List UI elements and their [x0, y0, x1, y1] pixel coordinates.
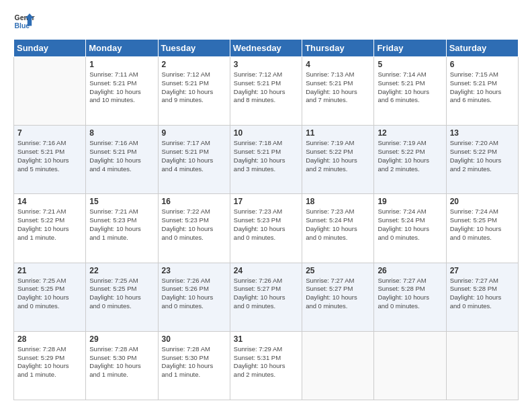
day-info: Sunrise: 7:13 AM Sunset: 5:21 PM Dayligh…	[306, 71, 370, 105]
day-number: 6	[450, 60, 515, 69]
calendar-cell: 25Sunrise: 7:27 AM Sunset: 5:27 PM Dayli…	[302, 263, 374, 331]
week-row-5: 28Sunrise: 7:28 AM Sunset: 5:29 PM Dayli…	[14, 331, 519, 400]
week-row-2: 7Sunrise: 7:16 AM Sunset: 5:21 PM Daylig…	[14, 126, 519, 194]
day-number: 21	[17, 266, 82, 275]
calendar-cell: 15Sunrise: 7:21 AM Sunset: 5:23 PM Dayli…	[86, 194, 158, 263]
calendar-cell	[374, 331, 446, 400]
day-number: 2	[162, 60, 226, 69]
weekday-header-monday: Monday	[86, 40, 158, 57]
calendar-cell: 24Sunrise: 7:26 AM Sunset: 5:27 PM Dayli…	[230, 263, 302, 331]
calendar-cell: 8Sunrise: 7:16 AM Sunset: 5:21 PM Daylig…	[86, 126, 158, 194]
day-number: 20	[450, 197, 515, 206]
day-info: Sunrise: 7:17 AM Sunset: 5:21 PM Dayligh…	[162, 139, 226, 173]
week-row-3: 14Sunrise: 7:21 AM Sunset: 5:22 PM Dayli…	[14, 194, 519, 263]
day-info: Sunrise: 7:24 AM Sunset: 5:25 PM Dayligh…	[450, 208, 515, 242]
calendar-cell: 6Sunrise: 7:15 AM Sunset: 5:21 PM Daylig…	[446, 57, 518, 126]
day-info: Sunrise: 7:11 AM Sunset: 5:21 PM Dayligh…	[89, 71, 154, 105]
day-number: 29	[89, 334, 154, 344]
calendar-cell: 7Sunrise: 7:16 AM Sunset: 5:21 PM Daylig…	[14, 126, 86, 194]
day-info: Sunrise: 7:25 AM Sunset: 5:25 PM Dayligh…	[17, 277, 82, 311]
day-info: Sunrise: 7:27 AM Sunset: 5:28 PM Dayligh…	[450, 277, 515, 311]
week-row-1: 1Sunrise: 7:11 AM Sunset: 5:21 PM Daylig…	[14, 57, 519, 126]
logo: General Blue	[13, 11, 38, 32]
day-info: Sunrise: 7:16 AM Sunset: 5:21 PM Dayligh…	[17, 139, 82, 173]
day-info: Sunrise: 7:25 AM Sunset: 5:25 PM Dayligh…	[89, 277, 154, 311]
day-number: 31	[234, 334, 298, 344]
calendar-cell: 19Sunrise: 7:24 AM Sunset: 5:24 PM Dayli…	[374, 194, 446, 263]
calendar-cell: 1Sunrise: 7:11 AM Sunset: 5:21 PM Daylig…	[86, 57, 158, 126]
day-number: 11	[306, 128, 370, 138]
day-info: Sunrise: 7:14 AM Sunset: 5:21 PM Dayligh…	[378, 71, 442, 105]
calendar-table: SundayMondayTuesdayWednesdayThursdayFrid…	[13, 39, 519, 400]
day-number: 19	[378, 197, 442, 206]
day-info: Sunrise: 7:24 AM Sunset: 5:24 PM Dayligh…	[378, 208, 442, 242]
day-info: Sunrise: 7:12 AM Sunset: 5:21 PM Dayligh…	[234, 71, 298, 105]
day-number: 9	[162, 128, 226, 138]
day-number: 14	[17, 197, 82, 206]
day-info: Sunrise: 7:27 AM Sunset: 5:28 PM Dayligh…	[378, 277, 442, 311]
day-number: 23	[162, 266, 226, 275]
calendar-cell: 27Sunrise: 7:27 AM Sunset: 5:28 PM Dayli…	[446, 263, 518, 331]
calendar-cell: 20Sunrise: 7:24 AM Sunset: 5:25 PM Dayli…	[446, 194, 518, 263]
calendar-cell: 4Sunrise: 7:13 AM Sunset: 5:21 PM Daylig…	[302, 57, 374, 126]
calendar-cell: 31Sunrise: 7:29 AM Sunset: 5:31 PM Dayli…	[230, 331, 302, 400]
day-info: Sunrise: 7:28 AM Sunset: 5:30 PM Dayligh…	[162, 345, 226, 379]
calendar-cell: 29Sunrise: 7:28 AM Sunset: 5:30 PM Dayli…	[86, 331, 158, 400]
day-info: Sunrise: 7:21 AM Sunset: 5:22 PM Dayligh…	[17, 208, 82, 242]
day-number: 26	[378, 266, 442, 275]
calendar-cell: 17Sunrise: 7:23 AM Sunset: 5:23 PM Dayli…	[230, 194, 302, 263]
day-info: Sunrise: 7:21 AM Sunset: 5:23 PM Dayligh…	[89, 208, 154, 242]
calendar-cell	[302, 331, 374, 400]
weekday-header-wednesday: Wednesday	[230, 40, 302, 57]
weekday-header-friday: Friday	[374, 40, 446, 57]
day-number: 8	[89, 128, 154, 138]
calendar-cell: 12Sunrise: 7:19 AM Sunset: 5:22 PM Dayli…	[374, 126, 446, 194]
day-info: Sunrise: 7:23 AM Sunset: 5:23 PM Dayligh…	[234, 208, 298, 242]
day-info: Sunrise: 7:15 AM Sunset: 5:21 PM Dayligh…	[450, 71, 515, 105]
day-info: Sunrise: 7:19 AM Sunset: 5:22 PM Dayligh…	[306, 139, 370, 173]
day-number: 24	[234, 266, 298, 275]
day-info: Sunrise: 7:16 AM Sunset: 5:21 PM Dayligh…	[89, 139, 154, 173]
calendar-cell: 9Sunrise: 7:17 AM Sunset: 5:21 PM Daylig…	[158, 126, 230, 194]
calendar-cell: 30Sunrise: 7:28 AM Sunset: 5:30 PM Dayli…	[158, 331, 230, 400]
day-number: 30	[162, 334, 226, 344]
day-number: 27	[450, 266, 515, 275]
day-number: 5	[378, 60, 442, 69]
day-number: 15	[89, 197, 154, 206]
calendar-cell: 21Sunrise: 7:25 AM Sunset: 5:25 PM Dayli…	[14, 263, 86, 331]
calendar-cell	[14, 57, 86, 126]
calendar-cell: 14Sunrise: 7:21 AM Sunset: 5:22 PM Dayli…	[14, 194, 86, 263]
day-number: 10	[234, 128, 298, 138]
calendar-cell: 22Sunrise: 7:25 AM Sunset: 5:25 PM Dayli…	[86, 263, 158, 331]
page: General Blue SundayMondayTuesdayWednesda…	[0, 0, 532, 411]
weekday-header-sunday: Sunday	[14, 40, 86, 57]
day-number: 22	[89, 266, 154, 275]
day-info: Sunrise: 7:28 AM Sunset: 5:29 PM Dayligh…	[17, 345, 82, 379]
day-info: Sunrise: 7:29 AM Sunset: 5:31 PM Dayligh…	[234, 345, 298, 379]
calendar-cell: 23Sunrise: 7:26 AM Sunset: 5:26 PM Dayli…	[158, 263, 230, 331]
calendar-cell: 3Sunrise: 7:12 AM Sunset: 5:21 PM Daylig…	[230, 57, 302, 126]
day-info: Sunrise: 7:18 AM Sunset: 5:21 PM Dayligh…	[234, 139, 298, 173]
calendar-cell: 10Sunrise: 7:18 AM Sunset: 5:21 PM Dayli…	[230, 126, 302, 194]
week-row-4: 21Sunrise: 7:25 AM Sunset: 5:25 PM Dayli…	[14, 263, 519, 331]
calendar-cell: 13Sunrise: 7:20 AM Sunset: 5:22 PM Dayli…	[446, 126, 518, 194]
day-info: Sunrise: 7:12 AM Sunset: 5:21 PM Dayligh…	[162, 71, 226, 105]
day-info: Sunrise: 7:27 AM Sunset: 5:27 PM Dayligh…	[306, 277, 370, 311]
day-number: 3	[234, 60, 298, 69]
calendar-cell: 26Sunrise: 7:27 AM Sunset: 5:28 PM Dayli…	[374, 263, 446, 331]
day-info: Sunrise: 7:23 AM Sunset: 5:24 PM Dayligh…	[306, 208, 370, 242]
day-info: Sunrise: 7:26 AM Sunset: 5:27 PM Dayligh…	[234, 277, 298, 311]
calendar-cell	[446, 331, 518, 400]
day-number: 4	[306, 60, 370, 69]
calendar-cell: 11Sunrise: 7:19 AM Sunset: 5:22 PM Dayli…	[302, 126, 374, 194]
calendar-cell: 2Sunrise: 7:12 AM Sunset: 5:21 PM Daylig…	[158, 57, 230, 126]
day-number: 25	[306, 266, 370, 275]
calendar-cell: 28Sunrise: 7:28 AM Sunset: 5:29 PM Dayli…	[14, 331, 86, 400]
calendar-cell: 16Sunrise: 7:22 AM Sunset: 5:23 PM Dayli…	[158, 194, 230, 263]
day-number: 1	[89, 60, 154, 69]
day-info: Sunrise: 7:22 AM Sunset: 5:23 PM Dayligh…	[162, 208, 226, 242]
day-number: 18	[306, 197, 370, 206]
day-number: 13	[450, 128, 515, 138]
day-number: 17	[234, 197, 298, 206]
calendar-cell: 18Sunrise: 7:23 AM Sunset: 5:24 PM Dayli…	[302, 194, 374, 263]
